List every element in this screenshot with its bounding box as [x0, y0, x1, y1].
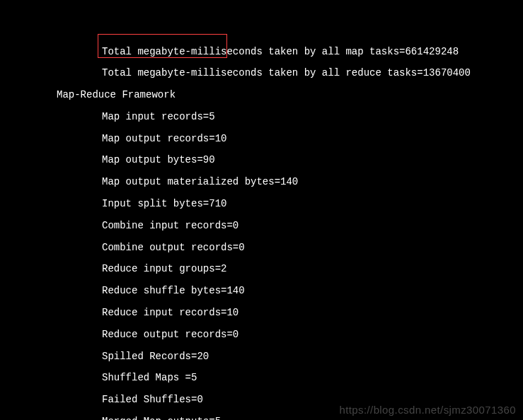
- output-line: Total megabyte-milliseconds taken by all…: [0, 47, 523, 57]
- output-line: Shuffled Maps =5: [0, 373, 523, 383]
- output-line: Combine input records=0: [0, 221, 523, 231]
- output-line: Spilled Records=20: [0, 351, 523, 362]
- output-line: Map output materialized bytes=140: [0, 177, 523, 187]
- output-line: Total megabyte-milliseconds taken by all…: [0, 68, 523, 78]
- output-line: Reduce output records=0: [0, 329, 523, 340]
- output-line: Map input records=5: [0, 112, 523, 122]
- output-line: Reduce input records=10: [0, 308, 523, 318]
- watermark-text: https://blog.csdn.net/sjmz30071360: [339, 404, 516, 416]
- output-line: Reduce shuffle bytes=140: [0, 286, 523, 296]
- section-header: Map-Reduce Framework: [0, 90, 523, 100]
- output-line: Map output bytes=90: [0, 155, 523, 165]
- output-line: Combine output records=0: [0, 243, 523, 253]
- output-line: Map output records=10: [0, 134, 523, 144]
- output-line: Reduce input groups=2: [0, 264, 523, 274]
- output-line: Input split bytes=710: [0, 199, 523, 209]
- output-line: Merged Map outputs=5: [0, 416, 523, 420]
